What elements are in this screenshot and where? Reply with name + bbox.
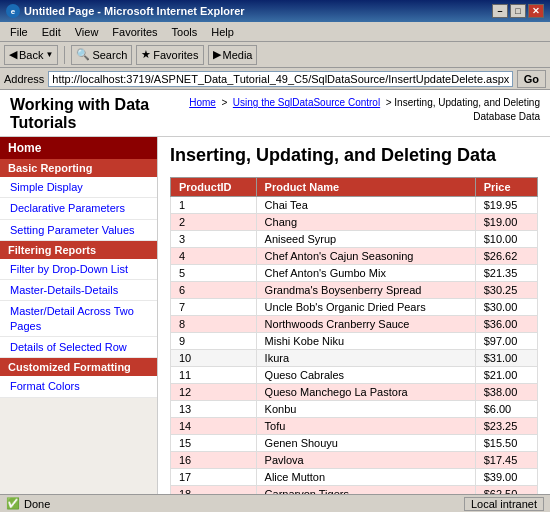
table-row: 14Tofu$23.25 [171, 417, 538, 434]
cell-price: $10.00 [475, 230, 537, 247]
status-zone: Local intranet [464, 497, 544, 511]
cell-price: $21.35 [475, 264, 537, 281]
table-row: 1Chai Tea$19.95 [171, 196, 538, 213]
cell-price: $23.25 [475, 417, 537, 434]
favorites-button[interactable]: ★ Favorites [136, 45, 203, 65]
cell-price: $6.00 [475, 400, 537, 417]
cell-productname: Tofu [256, 417, 475, 434]
cell-productid: 3 [171, 230, 257, 247]
table-row: 16Pavlova$17.45 [171, 451, 538, 468]
products-table: ProductID Product Name Price 1Chai Tea$1… [170, 177, 538, 494]
sidebar-item-master-detail-two-pages[interactable]: Master/Detail Across Two Pages [0, 301, 157, 337]
minimize-button[interactable]: – [492, 4, 508, 18]
table-row: 9Mishi Kobe Niku$97.00 [171, 332, 538, 349]
cell-price: $39.00 [475, 468, 537, 485]
menu-view[interactable]: View [69, 25, 105, 39]
go-button[interactable]: Go [517, 70, 546, 88]
table-row: 10Ikura$31.00 [171, 349, 538, 366]
cell-productname: Queso Cabrales [256, 366, 475, 383]
sidebar-item-format-colors[interactable]: Format Colors [0, 376, 157, 397]
cell-productid: 9 [171, 332, 257, 349]
cell-productid: 10 [171, 349, 257, 366]
search-icon: 🔍 [76, 48, 90, 61]
cell-productname: Ikura [256, 349, 475, 366]
cell-productid: 17 [171, 468, 257, 485]
status-icon: ✅ [6, 497, 20, 510]
cell-price: $97.00 [475, 332, 537, 349]
title-bar: e Untitled Page - Microsoft Internet Exp… [0, 0, 550, 22]
breadcrumb-current: Inserting, Updating, and Deleting Databa… [394, 97, 540, 122]
cell-price: $30.25 [475, 281, 537, 298]
back-button[interactable]: ◀ Back ▼ [4, 45, 58, 65]
menu-edit[interactable]: Edit [36, 25, 67, 39]
sidebar: Home Basic Reporting Simple Display Decl… [0, 137, 158, 494]
cell-productid: 16 [171, 451, 257, 468]
menu-favorites[interactable]: Favorites [106, 25, 163, 39]
search-button[interactable]: 🔍 Search [71, 45, 132, 65]
star-icon: ★ [141, 48, 151, 61]
cell-productname: Uncle Bob's Organic Dried Pears [256, 298, 475, 315]
sidebar-section-customized-formatting: Customized Formatting [0, 358, 157, 376]
cell-price: $38.00 [475, 383, 537, 400]
cell-productid: 7 [171, 298, 257, 315]
breadcrumb-parent[interactable]: Using the SqlDataSource Control [233, 97, 380, 108]
menu-tools[interactable]: Tools [166, 25, 204, 39]
menu-file[interactable]: File [4, 25, 34, 39]
site-title: Working with Data Tutorials [10, 96, 187, 132]
sidebar-item-declarative-parameters[interactable]: Declarative Parameters [0, 198, 157, 219]
cell-productid: 11 [171, 366, 257, 383]
cell-productname: Konbu [256, 400, 475, 417]
content-area: Inserting, Updating, and Deleting Data P… [158, 137, 550, 494]
address-bar: Address Go [0, 68, 550, 90]
media-icon: ▶ [213, 48, 221, 61]
table-row: 5Chef Anton's Gumbo Mix$21.35 [171, 264, 538, 281]
cell-productname: Aniseed Syrup [256, 230, 475, 247]
cell-productname: Chef Anton's Cajun Seasoning [256, 247, 475, 264]
cell-productid: 8 [171, 315, 257, 332]
cell-productname: Chang [256, 213, 475, 230]
back-dropdown-icon[interactable]: ▼ [45, 50, 53, 59]
cell-price: $19.00 [475, 213, 537, 230]
cell-productname: Northwoods Cranberry Sauce [256, 315, 475, 332]
table-row: 12Queso Manchego La Pastora$38.00 [171, 383, 538, 400]
sidebar-home[interactable]: Home [0, 137, 157, 159]
menu-help[interactable]: Help [205, 25, 240, 39]
cell-productid: 18 [171, 485, 257, 494]
sidebar-section-filtering-reports: Filtering Reports [0, 241, 157, 259]
title-bar-left: e Untitled Page - Microsoft Internet Exp… [6, 4, 245, 18]
sidebar-item-master-details[interactable]: Master-Details-Details [0, 280, 157, 301]
menu-bar: File Edit View Favorites Tools Help [0, 22, 550, 42]
address-input[interactable] [48, 71, 512, 87]
sidebar-item-setting-parameter-values[interactable]: Setting Parameter Values [0, 220, 157, 241]
table-row: 8Northwoods Cranberry Sauce$36.00 [171, 315, 538, 332]
ie-icon: e [6, 4, 20, 18]
cell-productname: Mishi Kobe Niku [256, 332, 475, 349]
cell-productname: Pavlova [256, 451, 475, 468]
page-header: Working with Data Tutorials Home > Using… [0, 90, 550, 137]
col-header-productid: ProductID [171, 177, 257, 196]
cell-productname: Carnarvon Tigers [256, 485, 475, 494]
cell-productid: 5 [171, 264, 257, 281]
cell-price: $30.00 [475, 298, 537, 315]
sidebar-item-details-selected-row[interactable]: Details of Selected Row [0, 337, 157, 358]
main-layout: Home Basic Reporting Simple Display Decl… [0, 137, 550, 494]
media-button[interactable]: ▶ Media [208, 45, 258, 65]
cell-productname: Queso Manchego La Pastora [256, 383, 475, 400]
cell-productid: 14 [171, 417, 257, 434]
sidebar-item-filter-dropdown[interactable]: Filter by Drop-Down List [0, 259, 157, 280]
cell-productid: 13 [171, 400, 257, 417]
table-row: 15Genen Shouyu$15.50 [171, 434, 538, 451]
close-button[interactable]: ✕ [528, 4, 544, 18]
table-row: 11Queso Cabrales$21.00 [171, 366, 538, 383]
breadcrumb-home[interactable]: Home [189, 97, 216, 108]
table-row: 17Alice Mutton$39.00 [171, 468, 538, 485]
cell-price: $62.50 [475, 485, 537, 494]
table-row: 7Uncle Bob's Organic Dried Pears$30.00 [171, 298, 538, 315]
sidebar-item-simple-display[interactable]: Simple Display [0, 177, 157, 198]
browser-content: Working with Data Tutorials Home > Using… [0, 90, 550, 494]
cell-productname: Genen Shouyu [256, 434, 475, 451]
cell-price: $21.00 [475, 366, 537, 383]
maximize-button[interactable]: □ [510, 4, 526, 18]
table-row: 4Chef Anton's Cajun Seasoning$26.62 [171, 247, 538, 264]
cell-productid: 12 [171, 383, 257, 400]
